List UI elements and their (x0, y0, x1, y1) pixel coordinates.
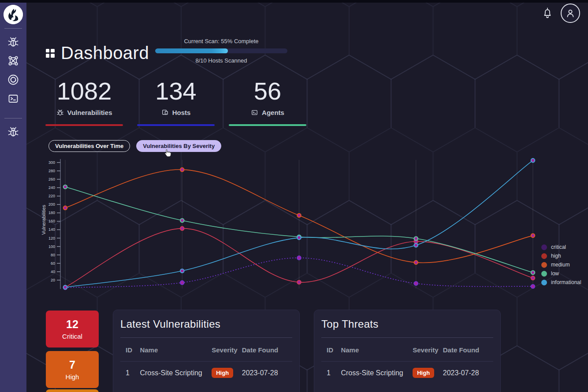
bug-icon (7, 36, 19, 48)
legend-item-critical[interactable]: critical (541, 243, 581, 251)
stat-vulnerabilities[interactable]: 1082 Vulnerabilities (45, 78, 123, 126)
line-chart-canvas[interactable]: 2040608010012014016018020022024026028030… (40, 155, 547, 294)
stat-agents[interactable]: 56 Agents (229, 78, 306, 126)
tab-vulnerabilities-by-severity[interactable]: Vulnerabilities By Severity (136, 140, 221, 152)
mouse-cursor-hand (164, 149, 171, 157)
critical-label: Critical (62, 333, 82, 340)
svg-text:60: 60 (51, 261, 55, 266)
cell-id: 1 (126, 369, 140, 377)
window-top-edge (0, 0, 588, 3)
network-topology-icon (7, 55, 19, 67)
data-point-high (180, 226, 184, 230)
scan-hosts-label: 8/10 Hosts Scanned (155, 57, 287, 64)
high-count-card[interactable]: 7 High (46, 351, 99, 388)
data-point-critical (414, 281, 418, 285)
critical-count-card[interactable]: 12 Critical (46, 311, 99, 348)
cell-date: 2023-07-28 (443, 369, 493, 377)
table-header-row: ID Name Severity Date Found (120, 338, 292, 361)
svg-text:140: 140 (48, 227, 55, 232)
scan-progress-bar (155, 48, 287, 53)
agent-terminal-icon (251, 109, 258, 116)
terminal-icon (7, 92, 19, 105)
cell-date: 2023-07-28 (242, 369, 292, 377)
stat-label: Hosts (172, 109, 191, 116)
data-point-medium (414, 261, 418, 265)
legend-label: informational (551, 279, 581, 285)
bell-icon (542, 7, 553, 19)
critical-count: 12 (66, 318, 78, 331)
legend-swatch (541, 271, 547, 277)
stat-label: Agents (262, 109, 284, 116)
sidebar-divider (4, 118, 22, 118)
data-point-medium (297, 214, 301, 218)
stat-value: 1082 (45, 78, 123, 104)
col-date: Date Found (242, 346, 292, 354)
high-count: 7 (69, 359, 75, 371)
legend-item-low[interactable]: low (541, 269, 581, 278)
chart-legend: criticalhighmediumlowinformational (541, 243, 581, 287)
stat-underline (137, 124, 215, 126)
table-row[interactable]: 1 Cross-Site Scripting High 2023-07-28 (321, 362, 493, 384)
legend-swatch (541, 280, 547, 285)
stat-value: 56 (229, 78, 306, 104)
legend-item-high[interactable]: high (541, 251, 581, 260)
sidebar-item-vulnerabilities[interactable] (7, 35, 20, 48)
stat-hosts[interactable]: 134 Hosts (137, 78, 215, 126)
notifications-button[interactable] (541, 7, 554, 20)
legend-swatch (541, 262, 547, 268)
svg-text:120: 120 (48, 236, 55, 240)
scan-progress-fill (155, 48, 228, 53)
legend-swatch (541, 244, 547, 250)
top-threats-card: Top Threats ID Name Severity Date Found … (314, 310, 501, 392)
legend-label: high (551, 253, 561, 259)
user-avatar[interactable] (561, 4, 580, 23)
col-id: ID (126, 346, 140, 354)
card-title: Top Threats (321, 318, 493, 330)
svg-text:100: 100 (48, 244, 55, 249)
svg-text:280: 280 (48, 169, 55, 173)
sidebar-item-bug-bottom[interactable] (7, 125, 20, 138)
wolf-logo-icon (4, 5, 23, 24)
svg-text:240: 240 (48, 185, 55, 190)
data-point-low (180, 218, 184, 222)
svg-text:20: 20 (51, 278, 55, 282)
col-id: ID (327, 346, 341, 354)
stat-underline (229, 124, 306, 126)
user-icon (565, 7, 576, 19)
latest-vulnerabilities-card: Latest Vulnerabilities ID Name Severity … (113, 310, 300, 392)
tab-vulnerabilities-over-time[interactable]: Vulnerabilities Over Time (48, 140, 130, 152)
legend-item-medium[interactable]: medium (541, 260, 581, 269)
data-point-medium (180, 168, 184, 172)
sidebar-item-network[interactable] (7, 54, 20, 67)
medium-count-card-partial[interactable] (46, 389, 99, 392)
sidebar-item-scan-target[interactable] (7, 73, 20, 86)
col-severity: Severity (212, 346, 242, 354)
data-point-critical (297, 256, 301, 260)
data-point-informational (297, 236, 301, 240)
target-at-icon (7, 74, 19, 86)
scan-progress-widget: Current Scan: 55% Complete 8/10 Hosts Sc… (155, 38, 287, 64)
table-row[interactable]: 1 Cross-Site Scripting High 2023-07-28 (120, 362, 292, 384)
severity-badge: High (413, 368, 434, 378)
legend-item-informational[interactable]: informational (541, 278, 581, 287)
data-point-critical (180, 281, 184, 285)
wolf-logo[interactable] (4, 5, 23, 24)
svg-text:160: 160 (48, 219, 55, 223)
bug-icon (7, 126, 19, 138)
svg-text:260: 260 (48, 177, 55, 181)
legend-label: critical (551, 244, 566, 250)
severity-badge: High (212, 368, 233, 378)
data-point-low (414, 237, 418, 240)
col-date: Date Found (443, 346, 493, 354)
page-title: Dashboard (61, 43, 149, 63)
chart-y-axis-label: Vulnerabilities (41, 191, 46, 248)
stat-underline (45, 124, 123, 126)
svg-text:220: 220 (48, 194, 55, 198)
cell-id: 1 (327, 369, 341, 377)
sidebar-item-console[interactable] (7, 92, 20, 105)
table-header-row: ID Name Severity Date Found (321, 338, 493, 361)
data-point-high (297, 280, 301, 284)
sidebar-divider (4, 28, 22, 29)
data-point-critical (531, 285, 535, 288)
col-name: Name (341, 346, 413, 354)
